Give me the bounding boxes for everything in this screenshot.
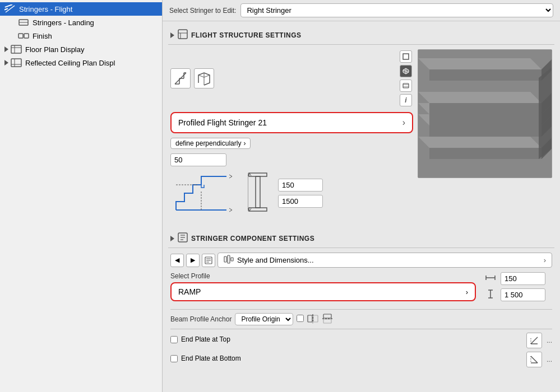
svg-marker-46 bbox=[429, 114, 542, 125]
define-chevron: › bbox=[243, 139, 246, 147]
stringer-profile-selector[interactable]: Profiled Flight Stringer 21 › bbox=[170, 112, 413, 133]
style-dimensions-btn[interactable]: Style and Dimensions... › bbox=[217, 253, 552, 268]
component-section-icon bbox=[178, 232, 188, 244]
select-profile-label: Select Profile bbox=[170, 272, 476, 280]
svg-marker-40 bbox=[429, 148, 542, 159]
sidebar-item-finish-label: Finish bbox=[33, 32, 52, 40]
sidebar-item-reflected-ceiling[interactable]: Reflected Ceiling Plan Displ bbox=[0, 56, 162, 69]
end-plate-bottom-label: End Plate at Bottom bbox=[181, 354, 241, 362]
ramp-profile-name: RAMP bbox=[178, 287, 201, 296]
svg-rect-10 bbox=[11, 59, 21, 67]
floor-plan-icon bbox=[11, 45, 22, 54]
prev-btn[interactable]: ◀ bbox=[170, 254, 184, 267]
value-1500-input[interactable] bbox=[278, 195, 323, 208]
component-section-title: STRINGER COMPONENT SETTINGS bbox=[191, 235, 314, 242]
define-perpendicularly-label: define perpendicularly bbox=[175, 139, 241, 147]
svg-rect-35 bbox=[249, 173, 267, 176]
svg-marker-53 bbox=[418, 58, 542, 69]
height-icon bbox=[485, 290, 496, 300]
top-bar-label: Select Stringer to Edit: bbox=[169, 7, 236, 15]
svg-rect-13 bbox=[178, 30, 187, 39]
end-plate-bottom-checkbox[interactable] bbox=[170, 355, 178, 362]
end-plate-top-angle-icon[interactable] bbox=[526, 333, 542, 348]
next-btn[interactable]: ▶ bbox=[186, 254, 200, 267]
sidebar-item-stringers-landing[interactable]: Stringers - Landing bbox=[0, 16, 162, 29]
profile-value-150-row bbox=[485, 272, 552, 285]
svg-rect-65 bbox=[228, 255, 230, 263]
value-50-input[interactable] bbox=[170, 153, 226, 166]
sidebar-item-reflected-ceiling-label: Reflected Ceiling Plan Displ bbox=[25, 59, 115, 67]
define-perpendicularly-btn[interactable]: define perpendicularly › bbox=[170, 138, 251, 149]
nav-row: ◀ ▶ bbox=[170, 253, 552, 268]
separator-1 bbox=[170, 309, 552, 310]
svg-rect-7 bbox=[11, 45, 21, 53]
component-value-150[interactable] bbox=[501, 272, 545, 285]
value-150-input[interactable] bbox=[278, 179, 323, 192]
ramp-profile-selector[interactable]: RAMP › bbox=[170, 282, 476, 301]
ceiling-icon bbox=[11, 58, 22, 67]
separator-2 bbox=[170, 329, 552, 329]
sidebar-item-stringers-flight-label: Stringers - Flight bbox=[19, 5, 72, 13]
end-plate-top-row: End Plate at Top ... bbox=[170, 333, 552, 348]
end-plate-top-checkbox-row: End Plate at Top bbox=[170, 335, 230, 343]
expand-icon bbox=[4, 46, 8, 52]
diagram-row bbox=[170, 171, 413, 216]
style-btn-arrow: › bbox=[544, 256, 546, 264]
svg-line-82 bbox=[531, 356, 538, 363]
film-icon-btn[interactable] bbox=[400, 80, 412, 92]
stair-plan-icon-btn[interactable] bbox=[170, 68, 191, 88]
profile-area: Select Profile RAMP › bbox=[170, 272, 552, 306]
end-plate-top-icons: ... bbox=[526, 333, 552, 348]
info-icon-btn[interactable]: i bbox=[400, 94, 412, 106]
finish-icon bbox=[18, 31, 29, 40]
stringer-diagram bbox=[170, 171, 238, 216]
svg-line-24 bbox=[204, 75, 210, 77]
end-plate-top-label: End Plate at Top bbox=[181, 335, 230, 343]
end-plate-bottom-icons: ... bbox=[526, 352, 552, 367]
anchor-checkbox bbox=[297, 315, 304, 324]
stair-3d-icon-btn[interactable] bbox=[194, 68, 214, 88]
svg-rect-29 bbox=[403, 83, 409, 88]
edit-btn[interactable] bbox=[202, 254, 215, 267]
anchor-select[interactable]: Profile Origin bbox=[235, 313, 293, 325]
svg-rect-36 bbox=[256, 176, 260, 208]
mirror-y-icon[interactable] bbox=[322, 314, 333, 325]
anchor-row: Beam Profile Anchor Profile Origin bbox=[170, 313, 552, 325]
sidebar-item-stringers-flight[interactable]: Stringers - Flight bbox=[0, 2, 162, 16]
flight-section-title: FLIGHT STRUCTURE SETTINGS bbox=[191, 31, 302, 39]
preview-panel bbox=[418, 49, 552, 220]
component-section: STRINGER COMPONENT SETTINGS ◀ ▶ bbox=[168, 229, 554, 371]
profile-value-1500-row bbox=[485, 288, 552, 301]
end-plate-bottom-angle-icon[interactable] bbox=[526, 352, 542, 367]
svg-marker-50 bbox=[418, 92, 542, 103]
flight-structure-section: FLIGHT STRUCTURE SETTINGS bbox=[168, 26, 554, 220]
style-dimensions-label: Style and Dimensions... bbox=[237, 256, 314, 264]
svg-marker-49 bbox=[429, 103, 542, 114]
svg-rect-78 bbox=[323, 319, 331, 323]
collapse-arrow-flight[interactable] bbox=[170, 32, 174, 38]
anchor-checkbox-input[interactable] bbox=[297, 315, 304, 322]
collapse-arrow-component[interactable] bbox=[170, 236, 174, 241]
component-value-1500[interactable] bbox=[501, 288, 545, 301]
svg-rect-25 bbox=[403, 54, 409, 59]
sidebar-item-finish[interactable]: Finish bbox=[0, 29, 162, 43]
stringer-profile-chevron: › bbox=[402, 118, 405, 128]
svg-marker-55 bbox=[539, 67, 552, 159]
svg-rect-1 bbox=[4, 4, 12, 8]
svg-marker-52 bbox=[429, 69, 542, 81]
square-icon-btn[interactable] bbox=[400, 50, 412, 63]
stringer-select[interactable]: Right Stringer Left Stringer Both String… bbox=[240, 3, 553, 17]
svg-rect-75 bbox=[313, 315, 318, 322]
svg-rect-73 bbox=[308, 315, 312, 322]
stringer-profile-name: Profiled Flight Stringer 21 bbox=[178, 118, 267, 127]
svg-marker-41 bbox=[418, 137, 542, 148]
end-plate-bottom-checkbox-row: End Plate at Bottom bbox=[170, 354, 241, 362]
end-plate-top-checkbox[interactable] bbox=[170, 336, 178, 343]
flight-left-content: i Profiled Flight Stringer 21 › define p… bbox=[170, 49, 418, 220]
flight-content-row: i Profiled Flight Stringer 21 › define p… bbox=[168, 49, 554, 220]
mirror-x-icon[interactable] bbox=[307, 314, 318, 325]
svg-rect-76 bbox=[323, 314, 331, 318]
sidebar-item-floor-plan-display[interactable]: Floor Plan Display bbox=[0, 43, 162, 56]
expand-icon-2 bbox=[4, 60, 8, 66]
cube-icon-btn[interactable] bbox=[400, 65, 412, 77]
